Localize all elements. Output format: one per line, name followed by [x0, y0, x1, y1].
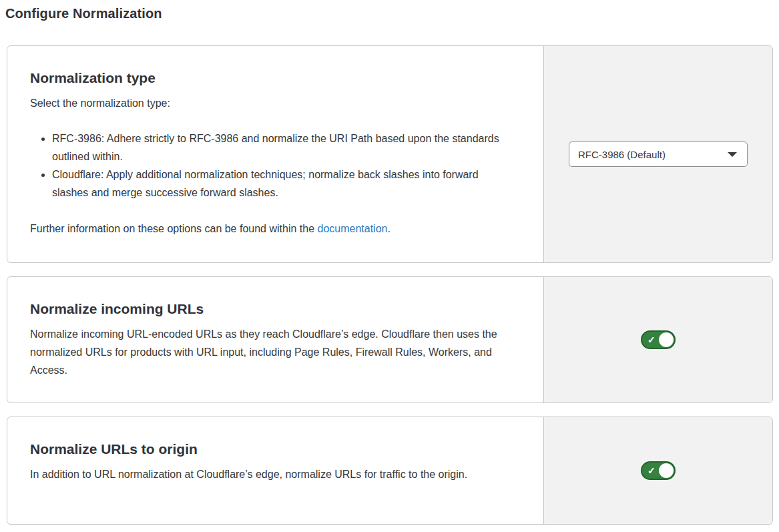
normalization-type-intro: Select the normalization type:	[30, 94, 517, 112]
normalization-type-content: Normalization type Select the normalizat…	[7, 46, 543, 262]
normalize-incoming-urls-card: Normalize incoming URLs Normalize incomi…	[7, 276, 773, 403]
documentation-link[interactable]: documentation	[317, 223, 387, 234]
list-item-rfc-3986: RFC-3986: Adhere strictly to RFC-3986 an…	[52, 129, 513, 166]
cards-container: Normalization type Select the normalizat…	[7, 45, 773, 525]
toggle-knob	[659, 332, 674, 347]
normalize-urls-to-origin-card: Normalize URLs to origin In addition to …	[7, 417, 773, 525]
check-icon: ✓	[647, 466, 656, 475]
page-title: Configure Normalization	[5, 6, 779, 21]
normalization-type-heading: Normalization type	[30, 70, 517, 86]
normalize-incoming-urls-heading: Normalize incoming URLs	[30, 301, 517, 317]
list-item-cloudflare: Cloudflare: Apply additional normalizati…	[52, 166, 513, 202]
normalize-incoming-urls-aside: ✓	[543, 277, 772, 403]
caret-down-icon	[728, 152, 737, 157]
footer-note-prefix: Further information on these options can…	[30, 223, 317, 234]
normalization-type-options-list: RFC-3986: Adhere strictly to RFC-3986 an…	[30, 129, 517, 202]
further-information-note: Further information on these options can…	[30, 220, 517, 238]
normalize-urls-to-origin-toggle[interactable]: ✓	[641, 461, 676, 480]
normalization-type-select[interactable]: RFC-3986 (Default)	[569, 142, 748, 167]
normalize-urls-to-origin-content: Normalize URLs to origin In addition to …	[7, 417, 543, 524]
normalize-urls-to-origin-aside: ✓	[543, 417, 772, 524]
normalization-type-select-value: RFC-3986 (Default)	[578, 149, 666, 160]
check-icon: ✓	[647, 335, 656, 344]
normalization-type-aside: RFC-3986 (Default)	[543, 46, 772, 262]
toggle-knob	[659, 463, 674, 478]
normalize-incoming-urls-description: Normalize incoming URL-encoded URLs as t…	[30, 325, 517, 379]
normalization-type-card: Normalization type Select the normalizat…	[7, 45, 773, 263]
normalize-urls-to-origin-description: In addition to URL normalization at Clou…	[30, 465, 517, 483]
normalize-incoming-urls-toggle[interactable]: ✓	[641, 330, 676, 349]
normalize-incoming-urls-content: Normalize incoming URLs Normalize incomi…	[7, 277, 543, 403]
normalize-urls-to-origin-heading: Normalize URLs to origin	[30, 441, 517, 457]
footer-note-suffix: .	[387, 223, 390, 234]
